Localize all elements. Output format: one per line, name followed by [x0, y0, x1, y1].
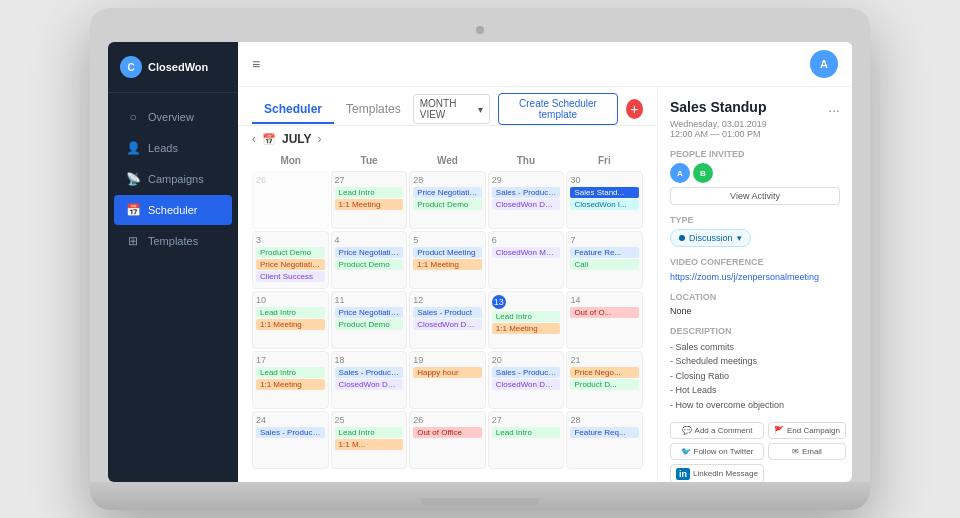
event-chip[interactable]: Call: [570, 259, 639, 270]
tab-templates[interactable]: Templates: [334, 96, 413, 124]
cell-date: 3: [256, 235, 325, 245]
cell-date: 14: [570, 295, 639, 305]
event-chip[interactable]: Price Negotiation: [413, 187, 482, 198]
calendar-cell[interactable]: 10Lead Intro1:1 Meeting: [252, 291, 329, 349]
calendar-cell[interactable]: 25Lead Intro1:1 M...: [331, 411, 408, 469]
calendar-panel: Scheduler Templates MONTH VIEW ▾ Create …: [238, 87, 657, 482]
calendar-cell[interactable]: 3Product DemoPrice NegotiationClient Suc…: [252, 231, 329, 289]
event-chip[interactable]: 1:1 Meeting: [335, 199, 404, 210]
event-chip[interactable]: 1:1 Meeting: [413, 259, 482, 270]
calendar-cell[interactable]: 11Price NegotiationProduct Demo: [331, 291, 408, 349]
prev-month-button[interactable]: ‹: [252, 132, 256, 146]
calendar-cell[interactable]: 30Sales Stand...ClosedWon I...: [566, 171, 643, 229]
event-chip[interactable]: Sales - Product Intro: [256, 427, 325, 438]
sidebar-logo: C ClosedWon: [108, 42, 238, 93]
more-options-icon[interactable]: ...: [828, 99, 840, 115]
calendar-cell[interactable]: 14Out of O...: [566, 291, 643, 349]
event-chip[interactable]: Sales Stand...: [570, 187, 639, 198]
view-activity-button[interactable]: View Activity: [670, 187, 840, 205]
event-chip[interactable]: Price Negotiation: [335, 247, 404, 258]
calendar-cell[interactable]: 29Sales - Product IntroClosedWon Demo: [488, 171, 565, 229]
event-chip[interactable]: Price Nego...: [570, 367, 639, 378]
event-chip[interactable]: ClosedWon Demo: [492, 199, 561, 210]
add-comment-button[interactable]: 💬 Add a Comment: [670, 422, 764, 439]
event-chip[interactable]: Out of O...: [570, 307, 639, 318]
event-chip[interactable]: Happy hour: [413, 367, 482, 378]
sidebar-item-templates[interactable]: ⊞ Templates: [114, 226, 232, 256]
event-chip[interactable]: Feature Re...: [570, 247, 639, 258]
calendar-cell[interactable]: 4Price NegotiationProduct Demo: [331, 231, 408, 289]
calendar-cell[interactable]: 27Lead Intro: [488, 411, 565, 469]
end-campaign-button[interactable]: 🚩 End Campaign: [768, 422, 846, 439]
video-link[interactable]: https://zoom.us/j/zenpersonalmeeting: [670, 272, 819, 282]
day-header-tue: Tue: [330, 152, 407, 169]
event-chip[interactable]: Sales - Product: [413, 307, 482, 318]
add-plus-button[interactable]: +: [626, 99, 643, 119]
event-chip[interactable]: 1:1 Meeting: [492, 323, 561, 334]
event-chip[interactable]: Lead Intro: [335, 427, 404, 438]
event-chip[interactable]: ClosedWon Meeting: [492, 247, 561, 258]
event-chip[interactable]: Sales - Product Intro: [335, 367, 404, 378]
event-chip[interactable]: Product Meeting: [413, 247, 482, 258]
email-button[interactable]: ✉ Email: [768, 443, 846, 460]
event-chip[interactable]: Product D...: [570, 379, 639, 390]
event-chip[interactable]: Product Demo: [256, 247, 325, 258]
user-avatar[interactable]: A: [810, 50, 838, 78]
event-chip[interactable]: Product Demo: [413, 199, 482, 210]
linkedin-button[interactable]: in LinkedIn Message: [670, 464, 764, 482]
calendar-cell[interactable]: 17Lead Intro1:1 Meeting: [252, 351, 329, 409]
hamburger-icon[interactable]: ≡: [252, 56, 260, 72]
calendar-cell[interactable]: 6ClosedWon Meeting: [488, 231, 565, 289]
calendar-cell[interactable]: 26: [252, 171, 329, 229]
calendar-cell[interactable]: 19Happy hour: [409, 351, 486, 409]
calendar-cell[interactable]: 13Lead Intro1:1 Meeting: [488, 291, 565, 349]
create-scheduler-button[interactable]: Create Scheduler template: [498, 93, 618, 125]
month-view-button[interactable]: MONTH VIEW ▾: [413, 94, 490, 124]
calendar-cell[interactable]: 21Price Nego...Product D...: [566, 351, 643, 409]
overview-icon: ○: [126, 110, 140, 124]
logo-text: ClosedWon: [148, 61, 208, 73]
sidebar-item-scheduler[interactable]: 📅 Scheduler: [114, 195, 232, 225]
calendar-cell[interactable]: 28Feature Req...: [566, 411, 643, 469]
event-chip[interactable]: ClosedWon Demo: [413, 319, 482, 330]
calendar-cell[interactable]: 18Sales - Product IntroClosedWon Demo: [331, 351, 408, 409]
tab-scheduler[interactable]: Scheduler: [252, 96, 334, 124]
event-chip[interactable]: Product Demo: [335, 259, 404, 270]
event-chip[interactable]: Lead Intro: [256, 367, 325, 378]
sidebar-item-overview[interactable]: ○ Overview: [114, 102, 232, 132]
calendar-cell[interactable]: 28Price NegotiationProduct Demo: [409, 171, 486, 229]
event-chip[interactable]: Product Demo: [335, 319, 404, 330]
calendar-cell[interactable]: 5Product Meeting1:1 Meeting: [409, 231, 486, 289]
calendar-cell[interactable]: 20Sales - Product IntroClosedWon Demo: [488, 351, 565, 409]
event-chip[interactable]: Price Negotiation: [256, 259, 325, 270]
calendar-cell[interactable]: 12Sales - ProductClosedWon Demo: [409, 291, 486, 349]
event-chip[interactable]: Lead Intro: [492, 427, 561, 438]
event-chip[interactable]: 1:1 Meeting: [256, 379, 325, 390]
event-chip[interactable]: Out of Office: [413, 427, 482, 438]
type-section: Type Discussion ▾: [670, 215, 840, 247]
event-chip[interactable]: 1:1 M...: [335, 439, 404, 450]
follow-twitter-button[interactable]: 🐦 Follow on Twitter: [670, 443, 764, 460]
event-chip[interactable]: ClosedWon I...: [570, 199, 639, 210]
calendar-grid: Mon Tue Wed Thu Fri 2627Lead Intro1:1 Me…: [238, 152, 657, 482]
event-chip[interactable]: 1:1 Meeting: [256, 319, 325, 330]
type-badge[interactable]: Discussion ▾: [670, 229, 751, 247]
event-chip[interactable]: Lead Intro: [492, 311, 561, 322]
event-chip[interactable]: Lead Intro: [335, 187, 404, 198]
event-chip[interactable]: Sales - Product Intro: [492, 367, 561, 378]
calendar-cell[interactable]: 7Feature Re...Call: [566, 231, 643, 289]
calendar-cell[interactable]: 26Out of Office: [409, 411, 486, 469]
calendar-nav: ‹ 📅 JULY ›: [238, 126, 657, 152]
event-chip[interactable]: Sales - Product Intro: [492, 187, 561, 198]
event-chip[interactable]: Lead Intro: [256, 307, 325, 318]
next-month-button[interactable]: ›: [318, 132, 322, 146]
event-chip[interactable]: ClosedWon Demo: [335, 379, 404, 390]
sidebar-item-campaigns[interactable]: 📡 Campaigns: [114, 164, 232, 194]
sidebar-item-leads[interactable]: 👤 Leads: [114, 133, 232, 163]
event-chip[interactable]: Feature Req...: [570, 427, 639, 438]
calendar-cell[interactable]: 27Lead Intro1:1 Meeting: [331, 171, 408, 229]
calendar-cell[interactable]: 24Sales - Product Intro: [252, 411, 329, 469]
event-chip[interactable]: ClosedWon Demo: [492, 379, 561, 390]
event-chip[interactable]: Price Negotiation: [335, 307, 404, 318]
event-chip[interactable]: Client Success: [256, 271, 325, 282]
